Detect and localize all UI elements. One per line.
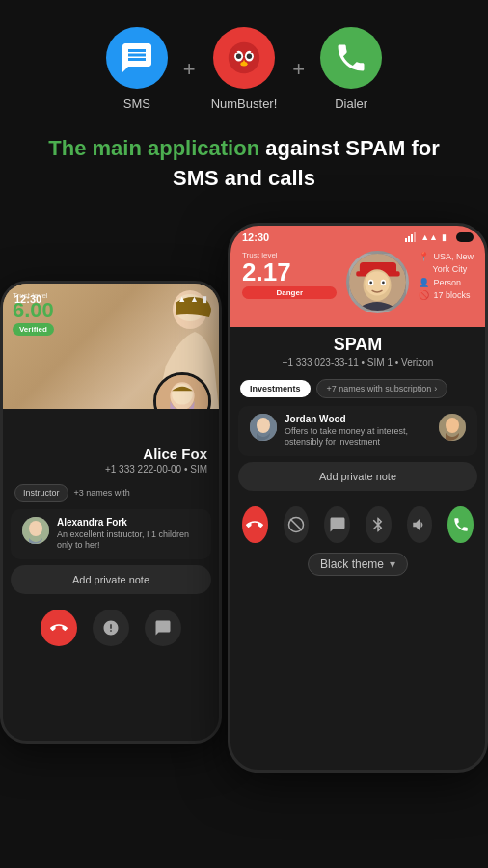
- svg-point-30: [257, 418, 270, 433]
- svg-point-27: [370, 281, 373, 284]
- signal-icon: ▲: [177, 294, 186, 304]
- tagline-text: The main application against SPAM for SM…: [29, 134, 459, 194]
- left-time-bar: 12:30 ▲ ▲ ▮: [3, 287, 219, 309]
- right-trust-value: 2.17: [242, 259, 337, 285]
- app-numbuster: NumBuster!: [211, 27, 278, 111]
- right-spam-name: SPAM: [230, 327, 485, 357]
- dialer-svg: [334, 41, 368, 75]
- right-status-icons: ▲▲ ▮: [405, 232, 474, 242]
- left-trust-badge: Verified: [13, 323, 54, 336]
- right-answer-icon: [452, 516, 470, 533]
- left-hangup-btn[interactable]: [41, 610, 77, 646]
- svg-rect-16: [405, 238, 407, 242]
- right-tabs-row: Investments +7 names with subscription ›: [230, 375, 485, 402]
- volume-icon: [411, 516, 428, 533]
- dialer-label: Dialer: [335, 96, 367, 111]
- left-contact-section: Alice Fox +1 333 222-00-00 • SIM: [3, 438, 219, 480]
- wifi-icon: ▲: [190, 294, 199, 304]
- blocks-icon: 🚫: [419, 289, 429, 303]
- plus-1: +: [183, 57, 196, 82]
- right-answer-btn[interactable]: [447, 506, 474, 543]
- svg-rect-18: [411, 234, 413, 242]
- right-bottom-actions: [230, 497, 485, 549]
- app-dialer: Dialer: [320, 27, 382, 111]
- sms-icon: [106, 27, 168, 89]
- tagline: The main application against SPAM for SM…: [0, 126, 488, 213]
- right-sms-btn[interactable]: [324, 506, 350, 543]
- right-comment-block: Jordan Wood Offers to take money at inte…: [285, 414, 431, 448]
- left-tag-0[interactable]: Instructor: [14, 484, 68, 502]
- apps-header: SMS + NumBuster! +: [0, 0, 488, 126]
- app-sms: SMS: [106, 27, 168, 111]
- right-avatar: [346, 251, 409, 313]
- chevron-right-icon: ›: [434, 384, 437, 393]
- left-contact-name: Alice Fox: [3, 438, 219, 464]
- right-bluetooth-btn[interactable]: [366, 506, 392, 543]
- left-bottom-actions: [3, 600, 219, 652]
- theme-chevron-icon: ▾: [390, 557, 395, 571]
- tab-investments[interactable]: Investments: [240, 380, 311, 397]
- theme-label: Black theme: [320, 557, 384, 571]
- network-icon: ▲▲: [420, 232, 438, 242]
- signal-strength-icon: [405, 232, 417, 242]
- right-comment-row: Jordan Wood Offers to take money at inte…: [238, 406, 477, 456]
- right-hangup-btn[interactable]: [242, 506, 268, 543]
- right-top-bar: 12:30 ▲▲ ▮: [230, 226, 485, 245]
- phones-container: Trust level 6.00 Verified 12:30 ▲ ▲: [0, 223, 488, 782]
- right-commenter-2-face: [439, 414, 466, 441]
- right-header-content: Trust level 2.17 Danger: [230, 245, 485, 327]
- right-battery-icon: ▮: [442, 232, 447, 242]
- left-comment-body: An excellent instructor, I 1 children on…: [57, 529, 200, 552]
- right-commenter-face: [250, 414, 277, 441]
- svg-point-32: [446, 418, 459, 433]
- right-comment-body: Offers to take money at interest, ostens…: [285, 426, 431, 448]
- plus-2: +: [292, 57, 305, 82]
- left-comment-row: Alexandra Fork An excellent instructor, …: [11, 509, 211, 559]
- message-icon: [154, 619, 172, 637]
- sms-svg: [120, 41, 154, 75]
- theme-selector[interactable]: Black theme ▾: [308, 553, 408, 576]
- phone-left: Trust level 6.00 Verified 12:30 ▲ ▲: [0, 281, 222, 744]
- svg-point-0: [229, 42, 259, 73]
- right-volume-btn[interactable]: [407, 506, 433, 543]
- left-time: 12:30: [14, 293, 41, 305]
- bluetooth-icon: [369, 516, 387, 533]
- right-comment-avatar: [250, 414, 277, 441]
- left-block-btn[interactable]: [93, 610, 129, 646]
- right-commenter-name: Jordan Wood: [285, 414, 431, 424]
- svg-rect-17: [408, 236, 410, 242]
- left-comment-avatar: [22, 517, 49, 544]
- dialer-icon: [320, 27, 382, 89]
- hangup-icon: [50, 619, 68, 637]
- left-contact-number: +1 333 222-00-00 • SIM: [3, 464, 219, 480]
- right-trust-section: Trust level 2.17 Danger: [242, 251, 337, 299]
- numbuster-label: NumBuster!: [211, 96, 278, 111]
- tab-more[interactable]: +7 names with subscription ›: [316, 379, 448, 398]
- right-block-btn[interactable]: [284, 506, 310, 543]
- left-commenter-face: [22, 517, 49, 544]
- right-spam-number: +1 333 023-33-11 • SIM 1 • Verizon: [230, 357, 485, 375]
- left-tags-row: Instructor +3 names with: [3, 480, 219, 505]
- left-commenter-name: Alexandra Fork: [57, 517, 200, 528]
- location-line1: 📍 USA, New: [419, 251, 474, 264]
- sms-label: SMS: [123, 96, 150, 111]
- person-icon: 👤: [419, 277, 429, 290]
- location-line3: 👤 Person: [419, 277, 474, 290]
- battery-icon: ▮: [203, 294, 207, 304]
- left-avatar-face: [156, 375, 208, 409]
- svg-point-3: [236, 54, 241, 59]
- left-tag-more[interactable]: +3 names with: [74, 488, 130, 498]
- right-block-icon: [287, 516, 305, 533]
- map-pin-icon: 📍: [419, 251, 429, 264]
- location-line2: York City: [419, 263, 474, 277]
- right-trust-badge: Danger: [242, 286, 337, 299]
- right-message-icon: [329, 516, 346, 533]
- svg-line-34: [290, 519, 302, 530]
- right-add-note-btn[interactable]: Add private note: [238, 462, 477, 491]
- right-avatar-face: [349, 254, 406, 311]
- svg-point-15: [29, 521, 42, 536]
- left-add-note-btn[interactable]: Add private note: [11, 565, 211, 594]
- left-sms-btn[interactable]: [145, 610, 181, 646]
- right-comment-avatar-2: [439, 414, 466, 441]
- block-icon: [102, 619, 120, 637]
